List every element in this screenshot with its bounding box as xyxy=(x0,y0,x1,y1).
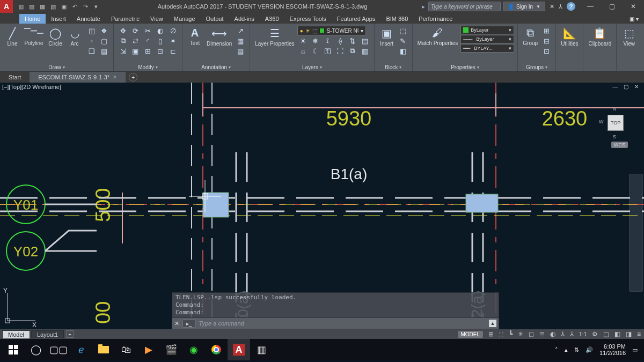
block-t1-icon[interactable]: ⬚ xyxy=(397,26,409,35)
fillet-icon[interactable]: ◜ xyxy=(142,36,153,46)
tab-parametric[interactable]: Parametric xyxy=(106,14,145,24)
layer-t12-icon[interactable]: ▥ xyxy=(359,46,371,56)
tab-expresstools[interactable]: Express Tools xyxy=(284,14,332,24)
modify-b-icon[interactable]: ▯ xyxy=(154,36,166,46)
layer-t1-icon[interactable]: ☀ xyxy=(297,36,309,46)
tray-network-icon[interactable]: ▴ xyxy=(565,346,568,353)
tab-featuredapps[interactable]: Featured Apps xyxy=(332,14,381,24)
taskbar-idm-icon[interactable]: ◉ xyxy=(182,339,205,360)
anno-a-icon[interactable]: ▤ xyxy=(235,46,246,56)
layer-t11-icon[interactable]: ⧉ xyxy=(347,46,358,56)
panel-modify-caption[interactable]: Modify xyxy=(116,63,180,71)
qat-redo-icon[interactable]: ↷ xyxy=(80,2,90,11)
window-minimize-button[interactable]: ― xyxy=(580,0,601,13)
layer-t8-icon[interactable]: ☾ xyxy=(310,46,321,56)
layout-tab-add-button[interactable]: + xyxy=(66,330,74,338)
tab-bim360[interactable]: BIM 360 xyxy=(380,14,413,24)
move-icon[interactable]: ✥ xyxy=(117,26,129,35)
polyline-button[interactable]: ⎺⎻⎼Polyline xyxy=(23,26,45,47)
command-close-icon[interactable]: ✕ xyxy=(174,320,179,327)
layer-t10-icon[interactable]: ⛶ xyxy=(334,46,346,56)
taskbar-media-icon[interactable]: ▶ xyxy=(137,339,160,360)
layer-t4-icon[interactable]: ⟠ xyxy=(334,36,346,46)
rotate-icon[interactable]: ⟳ xyxy=(129,26,141,35)
help-icon[interactable]: ? xyxy=(567,2,575,11)
taskbar-clock[interactable]: 6:03 PM 11/2/2016 xyxy=(599,343,626,356)
lineweight-combo[interactable]: ━━━BYLAY...▾ xyxy=(460,44,514,53)
status-polar-icon[interactable]: ✳ xyxy=(518,330,523,338)
tab-manage[interactable]: Manage xyxy=(169,14,201,24)
file-tab-start[interactable]: Start xyxy=(0,72,30,83)
status-gear-icon[interactable]: ⚙ xyxy=(592,330,598,338)
panel-draw-caption[interactable]: Draw xyxy=(2,63,111,71)
insert-block-button[interactable]: ▣Insert xyxy=(378,26,396,48)
grp-t1-icon[interactable]: ⊞ xyxy=(540,26,552,35)
status-i2-icon[interactable]: ◨ xyxy=(626,330,632,338)
tab-insert[interactable]: Insert xyxy=(46,14,71,24)
circle-button[interactable]: ◯Circle xyxy=(46,26,64,48)
panel-layers-caption[interactable]: Layers xyxy=(252,63,371,71)
layer-t3-icon[interactable]: ⟟ xyxy=(322,36,334,46)
panel-block-caption[interactable]: Block xyxy=(377,63,410,71)
copy-icon[interactable]: ⧉ xyxy=(117,36,129,46)
tab-home[interactable]: Home xyxy=(19,14,46,24)
status-person-icon[interactable]: ⅄ xyxy=(561,330,565,338)
status-snap-icon[interactable]: ⸬ xyxy=(499,330,503,338)
stretch-icon[interactable]: ⇲ xyxy=(117,46,129,56)
tab-a360[interactable]: A360 xyxy=(260,14,284,24)
status-i1-icon[interactable]: ◧ xyxy=(614,330,620,338)
status-osnap-icon[interactable]: ◻ xyxy=(529,330,534,338)
search-next-icon[interactable]: ▸ xyxy=(422,3,425,10)
draw-t4-icon[interactable]: ▢ xyxy=(98,36,110,46)
tab-annotate[interactable]: Annotate xyxy=(71,14,106,24)
text-button[interactable]: AText xyxy=(186,26,204,47)
table-icon[interactable]: ▦ xyxy=(235,36,246,46)
status-lwt-icon[interactable]: ≣ xyxy=(539,330,545,338)
grp-t2-icon[interactable]: ⊟ xyxy=(540,36,552,46)
app-icon[interactable]: A xyxy=(0,0,13,13)
group-button[interactable]: ⧉Group xyxy=(521,26,539,47)
status-monitor-icon[interactable]: ▢ xyxy=(603,330,609,338)
dimension-button[interactable]: ⟷Dimension xyxy=(205,26,233,48)
utilities-button[interactable]: 📐Utilities xyxy=(559,26,580,48)
taskbar-start-button[interactable] xyxy=(2,339,25,360)
draw-t1-icon[interactable]: ◫ xyxy=(86,26,98,35)
qat-plot-icon[interactable]: ▣ xyxy=(59,2,69,11)
tray-up-icon[interactable]: ˄ xyxy=(555,346,558,353)
exchange-icon[interactable]: ✕ xyxy=(550,3,554,10)
linetype-combo[interactable]: ───ByLayer▾ xyxy=(460,35,514,43)
file-tab-close-icon[interactable]: ✕ xyxy=(113,75,117,80)
status-ortho-icon[interactable]: ┗ xyxy=(509,330,513,338)
model-viewport[interactable]: [–][Top][2D Wireframe] ― ▢ ✕ N W S TOP W… xyxy=(0,83,644,329)
layer-t5-icon[interactable]: ⇅ xyxy=(347,36,358,46)
clipboard-button[interactable]: 📋Clipboard xyxy=(587,26,613,48)
qat-undo-icon[interactable]: ↶ xyxy=(70,2,79,11)
qat-open-icon[interactable]: ▤ xyxy=(27,2,36,11)
command-line[interactable]: ✕ ▸_ Type a command ▲ xyxy=(172,317,499,329)
draw-t5-icon[interactable]: ❑ xyxy=(86,46,98,56)
qat-saveas-icon[interactable]: ▧ xyxy=(48,2,58,11)
layout-tab-model[interactable]: Model xyxy=(2,330,30,338)
view-button[interactable]: ⬚View xyxy=(620,26,638,48)
taskbar-app-icon[interactable]: ▥ xyxy=(250,339,273,360)
status-transp-icon[interactable]: ◐ xyxy=(550,330,555,338)
modify-c-icon[interactable]: ⊡ xyxy=(154,46,166,56)
command-expand-icon[interactable]: ▲ xyxy=(489,320,496,327)
panel-annotation-caption[interactable]: Annotation xyxy=(185,63,247,71)
tab-output[interactable]: Output xyxy=(201,14,229,24)
scale-icon[interactable]: ▣ xyxy=(129,46,141,56)
command-input[interactable]: Type a command xyxy=(199,320,486,327)
window-close-button[interactable]: ✕ xyxy=(623,0,644,13)
file-tab-current[interactable]: ESCOM-IT-SWAZ-S-9-1-3*✕ xyxy=(30,72,126,83)
leader-icon[interactable]: ↗ xyxy=(235,26,246,35)
layer-t7-icon[interactable]: ☼ xyxy=(297,46,309,56)
tray-wifi-icon[interactable]: ⇅ xyxy=(574,346,579,353)
taskbar-explorer-icon[interactable] xyxy=(92,339,115,360)
mirror-icon[interactable]: ⇄ xyxy=(129,36,141,46)
layer-t6-icon[interactable]: ▤ xyxy=(359,36,371,46)
layer-t9-icon[interactable]: ⚿ xyxy=(322,46,334,56)
taskbar-store-icon[interactable]: 🛍 xyxy=(115,339,137,360)
tab-addins[interactable]: Add-ins xyxy=(229,14,260,24)
status-model-badge[interactable]: MODEL xyxy=(458,331,484,338)
trim-icon[interactable]: ✂ xyxy=(142,26,153,35)
